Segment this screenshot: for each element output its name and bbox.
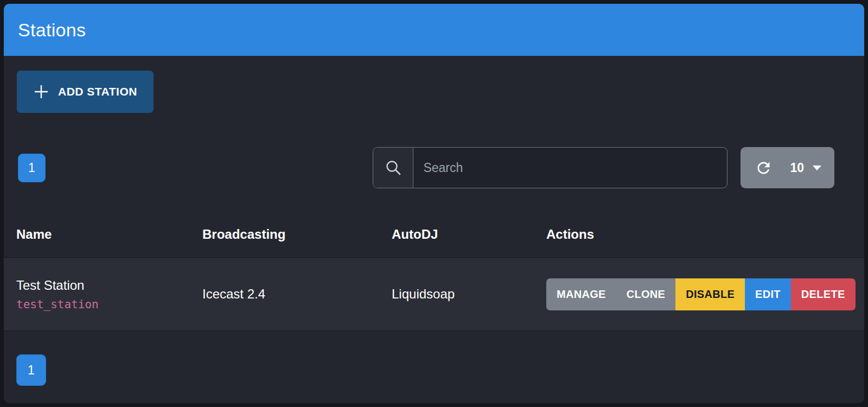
column-header-actions: Actions bbox=[546, 227, 864, 242]
edit-button[interactable]: EDIT bbox=[745, 278, 791, 310]
pagination-page-1-top[interactable]: 1 bbox=[18, 154, 46, 182]
delete-button[interactable]: DELETE bbox=[791, 278, 856, 310]
broadcasting-cell: Icecast 2.4 bbox=[202, 287, 392, 302]
add-station-row: ADD STATION bbox=[17, 71, 864, 113]
add-station-label: ADD STATION bbox=[58, 85, 137, 98]
search-icon bbox=[384, 158, 403, 177]
stations-card: Stations ADD STATION 1 bbox=[4, 4, 864, 403]
refresh-button[interactable] bbox=[741, 147, 780, 188]
clone-button[interactable]: CLONE bbox=[616, 278, 676, 310]
per-page-dropdown[interactable]: 10 bbox=[780, 147, 834, 188]
disable-button[interactable]: DISABLE bbox=[675, 278, 745, 310]
search-group bbox=[373, 147, 727, 188]
bottom-pagination: 1 bbox=[16, 354, 864, 386]
perpage-group: 10 bbox=[741, 147, 834, 188]
station-shortcode[interactable]: test_station bbox=[16, 298, 202, 311]
card-header: Stations bbox=[4, 4, 864, 56]
column-header-autodj: AutoDJ bbox=[392, 227, 546, 242]
add-station-button[interactable]: ADD STATION bbox=[17, 71, 154, 113]
per-page-value: 10 bbox=[790, 161, 804, 175]
controls-row: 1 bbox=[4, 147, 864, 188]
actions-button-group: MANAGE CLONE DISABLE EDIT DELETE bbox=[546, 278, 856, 310]
station-name-cell: Test Station test_station bbox=[16, 278, 202, 311]
column-header-broadcasting: Broadcasting bbox=[202, 227, 392, 242]
card-body: ADD STATION 1 bbox=[4, 56, 864, 403]
stations-table: Name Broadcasting AutoDJ Actions Test St… bbox=[4, 212, 864, 331]
autodj-cell: Liquidsoap bbox=[392, 287, 546, 302]
plus-icon bbox=[33, 84, 49, 100]
actions-cell: MANAGE CLONE DISABLE EDIT DELETE bbox=[546, 278, 864, 310]
column-header-name: Name bbox=[16, 227, 202, 242]
search-input[interactable] bbox=[413, 148, 727, 188]
table-header-row: Name Broadcasting AutoDJ Actions bbox=[4, 212, 864, 257]
table-row: Test Station test_station Icecast 2.4 Li… bbox=[4, 257, 864, 331]
station-name: Test Station bbox=[16, 278, 202, 293]
chevron-down-icon bbox=[813, 166, 821, 170]
page-title: Stations bbox=[18, 20, 86, 41]
search-prepend bbox=[373, 148, 413, 188]
manage-button[interactable]: MANAGE bbox=[546, 278, 616, 310]
page-background: Stations ADD STATION 1 bbox=[0, 0, 868, 407]
pagination-page-1-bottom[interactable]: 1 bbox=[16, 354, 46, 386]
refresh-icon bbox=[755, 159, 773, 177]
